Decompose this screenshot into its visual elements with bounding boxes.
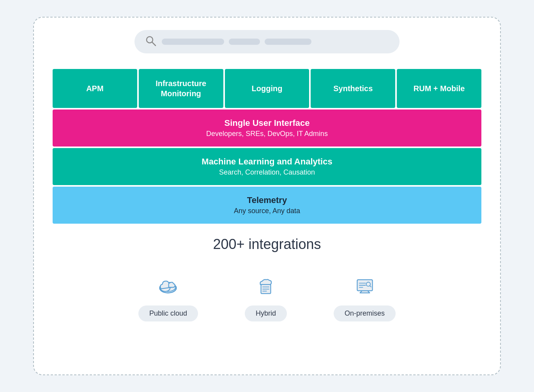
tile-infra[interactable]: Infrastructure Monitoring xyxy=(139,69,223,108)
deployment-on-premises: On-premises xyxy=(334,271,396,321)
hybrid-icon xyxy=(252,271,280,299)
band-ml-analytics: Machine Learning and Analytics Search, C… xyxy=(53,148,481,185)
tile-rum[interactable]: RUM + Mobile xyxy=(397,69,481,108)
tile-apm[interactable]: APM xyxy=(53,69,137,108)
deployment-options-row: Public cloud Hybrid xyxy=(53,271,481,321)
deployment-hybrid: Hybrid xyxy=(245,271,287,321)
on-premises-label: On-premises xyxy=(334,305,396,321)
band-single-ui-title: Single User Interface xyxy=(225,118,310,128)
search-bar-wrapper xyxy=(53,30,481,53)
hybrid-label: Hybrid xyxy=(245,305,287,321)
search-pill-3 xyxy=(265,39,311,45)
main-card: APM Infrastructure Monitoring Logging Sy… xyxy=(33,17,501,375)
search-pill-2 xyxy=(229,39,260,45)
search-bar[interactable] xyxy=(134,30,400,53)
integrations-section: 200+ integrations xyxy=(53,236,481,253)
band-ml-subtitle: Search, Correlation, Causation xyxy=(219,168,315,177)
cloud-icon xyxy=(154,271,182,299)
band-telemetry: Telemetry Any source, Any data xyxy=(53,187,481,224)
band-single-ui-subtitle: Developers, SREs, DevOps, IT Admins xyxy=(206,130,328,138)
band-telemetry-subtitle: Any source, Any data xyxy=(234,207,300,215)
band-ml-title: Machine Learning and Analytics xyxy=(202,157,332,167)
search-pill-1 xyxy=(162,39,224,45)
band-single-ui: Single User Interface Developers, SREs, … xyxy=(53,109,481,147)
svg-line-1 xyxy=(152,42,156,46)
tile-logging[interactable]: Logging xyxy=(225,69,309,108)
onprem-icon xyxy=(351,271,379,299)
tile-synthetics[interactable]: Synthetics xyxy=(311,69,395,108)
integrations-label: 200+ integrations xyxy=(213,236,321,252)
public-cloud-label: Public cloud xyxy=(138,305,198,321)
deployment-public-cloud: Public cloud xyxy=(138,271,198,321)
search-pills xyxy=(162,39,311,45)
tiles-row: APM Infrastructure Monitoring Logging Sy… xyxy=(53,69,481,108)
band-telemetry-title: Telemetry xyxy=(247,195,287,205)
main-content: APM Infrastructure Monitoring Logging Sy… xyxy=(53,69,481,321)
search-icon xyxy=(145,35,156,48)
